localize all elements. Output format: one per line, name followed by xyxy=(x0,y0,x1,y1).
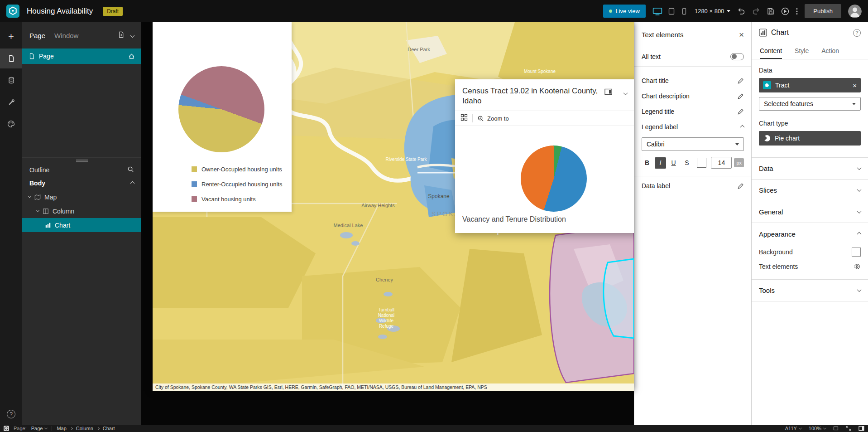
preview-button[interactable] xyxy=(781,7,789,15)
a11y-button[interactable]: A11Y xyxy=(785,426,801,431)
panel-toggle-icon[interactable] xyxy=(858,426,864,431)
tab-page[interactable]: Page xyxy=(29,32,45,39)
app-logo-icon[interactable] xyxy=(6,5,19,18)
map-label: Spokane xyxy=(428,193,450,199)
background-color-swatch[interactable] xyxy=(852,248,861,257)
expand-chevron-icon[interactable] xyxy=(28,195,31,198)
strikethrough-button[interactable]: S xyxy=(681,157,692,169)
fit-to-screen-icon[interactable] xyxy=(833,426,839,431)
desktop-view-icon[interactable] xyxy=(652,7,662,15)
arcgis-logo-icon xyxy=(4,426,9,431)
outline-body-row[interactable]: Body xyxy=(22,176,141,190)
font-color-swatch[interactable] xyxy=(697,158,706,168)
tab-window[interactable]: Window xyxy=(54,32,78,39)
font-family-select[interactable]: Calibri xyxy=(642,137,744,151)
tree-item-column[interactable]: Column xyxy=(22,204,141,218)
tree-item-chart[interactable]: Chart xyxy=(22,218,141,232)
chart-type-button[interactable]: Pie chart xyxy=(759,131,861,146)
map-label: Wildlife xyxy=(379,318,394,323)
edit-pencil-icon[interactable] xyxy=(737,183,744,189)
more-options-button[interactable] xyxy=(796,8,798,15)
outline-tree: Map Column Chart xyxy=(22,190,141,232)
map-label: National xyxy=(378,313,395,318)
tree-item-map[interactable]: Map xyxy=(22,190,141,204)
edit-pencil-icon[interactable] xyxy=(737,108,744,115)
user-avatar[interactable] xyxy=(848,5,862,18)
undo-button[interactable] xyxy=(737,8,745,15)
save-button[interactable] xyxy=(767,8,774,15)
builder-canvas: Deer Park Mount Spokane Riverside State … xyxy=(141,22,634,425)
all-text-toggle[interactable] xyxy=(730,53,744,60)
expand-chevron-icon[interactable] xyxy=(36,209,39,212)
phone-view-icon[interactable] xyxy=(681,8,688,15)
legend-label-row[interactable]: Legend label xyxy=(634,119,751,135)
help-button[interactable]: ? xyxy=(7,410,15,418)
page-selector[interactable]: Page xyxy=(31,426,48,431)
selected-features-select[interactable]: Selected features xyxy=(759,97,861,111)
font-size-input[interactable] xyxy=(711,157,732,169)
popup-features-icon[interactable] xyxy=(460,114,468,123)
tract-layer-icon xyxy=(763,81,771,89)
fullscreen-icon[interactable] xyxy=(846,426,851,431)
caret-down-icon xyxy=(852,103,856,105)
tab-action[interactable]: Action xyxy=(821,43,839,59)
data-tool-button[interactable] xyxy=(0,70,22,90)
legend-swatch xyxy=(192,181,197,187)
tool-rail: + ? xyxy=(0,22,22,425)
section-general[interactable]: General xyxy=(752,201,868,223)
section-slices[interactable]: Slices xyxy=(752,180,868,201)
live-view-button[interactable]: Live view xyxy=(603,5,645,18)
add-page-icon[interactable] xyxy=(118,31,125,40)
live-dot-icon xyxy=(609,10,612,13)
section-tools[interactable]: Tools xyxy=(752,280,868,301)
close-icon[interactable]: × xyxy=(739,30,744,39)
breadcrumb-column[interactable]: Column xyxy=(76,426,93,431)
utility-tool-button[interactable] xyxy=(0,92,22,112)
chart-widget[interactable]: Owner-Occupied housing units Renter-Occu… xyxy=(153,22,292,212)
underline-button[interactable]: U xyxy=(668,157,679,169)
page-panel-header: Page Window xyxy=(22,22,141,49)
edit-pencil-icon[interactable] xyxy=(737,93,744,100)
dock-icon[interactable] xyxy=(604,88,612,97)
map-label: Airway Heights xyxy=(361,203,395,208)
data-label-row: Data label xyxy=(634,178,751,194)
tenure-pie-chart[interactable] xyxy=(178,66,264,152)
zoom-to-button[interactable]: Zoom to xyxy=(477,115,509,122)
insert-widget-button[interactable]: + xyxy=(0,27,22,47)
bold-button[interactable]: B xyxy=(642,157,652,169)
chevron-down-icon[interactable] xyxy=(131,31,134,39)
popup-header: Census Tract 19.02 in Kootenai County, I… xyxy=(455,79,634,111)
caret-down-icon xyxy=(735,143,739,146)
panel-resize-handle[interactable] xyxy=(22,157,141,164)
background-row: Background xyxy=(752,245,868,259)
help-icon[interactable]: ? xyxy=(853,29,861,37)
section-data[interactable]: Data xyxy=(752,158,868,180)
popup-action-bar: Zoom to xyxy=(455,111,634,126)
page-tool-button[interactable] xyxy=(0,49,22,68)
page-list-item[interactable]: Page xyxy=(22,49,141,64)
legend-item: Renter-Occupied housing units xyxy=(192,180,283,188)
tab-style[interactable]: Style xyxy=(795,43,809,59)
tab-content[interactable]: Content xyxy=(760,43,782,59)
tablet-view-icon[interactable] xyxy=(668,8,675,15)
breadcrumb-chart[interactable]: Chart xyxy=(103,426,115,431)
redo-button[interactable] xyxy=(752,8,760,15)
outline-title: Outline xyxy=(29,166,49,174)
edit-pencil-icon[interactable] xyxy=(737,78,744,84)
palette-icon xyxy=(7,120,15,128)
zoom-level-selector[interactable]: 100% xyxy=(809,426,826,431)
section-appearance[interactable]: Appearance xyxy=(752,223,868,245)
data-source-pill[interactable]: Tract × xyxy=(759,78,861,92)
page-icon xyxy=(8,55,15,62)
screen-size-selector[interactable]: 1280 × 800 xyxy=(695,8,730,15)
italic-button[interactable]: I xyxy=(655,157,666,169)
search-icon[interactable] xyxy=(127,166,134,174)
chart-widget-icon xyxy=(45,222,51,228)
publish-button[interactable]: Publish xyxy=(805,4,841,18)
remove-data-icon[interactable]: × xyxy=(853,82,857,89)
gear-icon[interactable] xyxy=(854,263,861,270)
theme-tool-button[interactable] xyxy=(0,114,22,134)
breadcrumb-map[interactable]: Map xyxy=(57,426,66,431)
chart-title-row: Chart title xyxy=(634,73,751,88)
collapse-popup-icon[interactable] xyxy=(624,89,627,97)
